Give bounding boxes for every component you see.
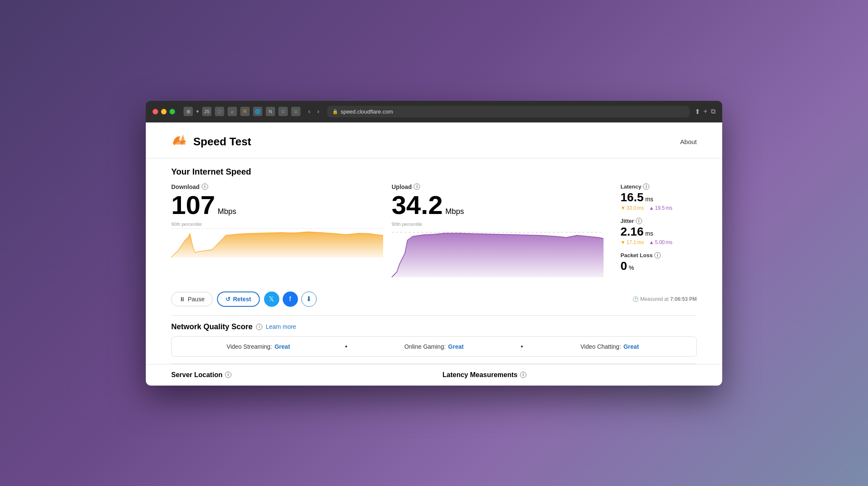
download-label: Download i <box>171 183 383 190</box>
traffic-lights <box>153 109 175 114</box>
actions-row: ⏸ Pause ↺ Retest 𝕏 f <box>171 288 697 307</box>
upload-info-icon[interactable]: i <box>414 183 420 190</box>
download-unit: Mbps <box>217 208 236 215</box>
latency-number: 16.5 <box>620 191 644 204</box>
box-icon: ⬡ <box>215 107 224 116</box>
side-metrics: Latency i 16.5 ms ▼ 33.0 ms <box>612 183 697 280</box>
twitter-button[interactable]: 𝕏 <box>264 292 279 307</box>
latency-up-unit: ms <box>666 205 673 211</box>
upload-section: Upload i 34.2 Mbps 90th percentile <box>392 183 612 280</box>
jitter-up-value: 5.00 <box>655 239 665 245</box>
measured-time-display: 🕐 Measured at 7:06:53 PM <box>632 296 697 302</box>
jitter-down: ▼ 17.1 ms <box>620 239 644 245</box>
upload-value-display: 34.2 Mbps <box>392 192 604 218</box>
download-value-display: 107 Mbps <box>171 192 383 218</box>
tabs-icon[interactable]: ⧉ <box>711 108 715 115</box>
lock-icon: 🔒 <box>332 109 338 114</box>
main-content: Your Internet Speed Download i 107 Mbps … <box>146 158 722 315</box>
quality-bar: Video Streaming: Great • Online Gaming: … <box>171 336 697 357</box>
bottom-section: Server Location i Latency Measurements i <box>146 364 722 386</box>
maximize-button[interactable] <box>170 109 175 114</box>
packet-loss-number: 0 <box>620 259 627 273</box>
video-streaming-label: Video Streaming: <box>227 343 272 350</box>
actions-left: ⏸ Pause ↺ Retest 𝕏 f <box>171 292 317 307</box>
browser-toolbar-icons: ⊞ ▾ JS ⬡ ⌕ R 🌐 N ① ⧉ <box>184 107 300 116</box>
back-button[interactable]: ‹ <box>306 107 313 116</box>
online-gaming-value: Great <box>448 343 464 350</box>
latency-down-arrow: ▼ <box>620 205 626 211</box>
jitter-down-unit: ms <box>637 239 644 245</box>
video-chatting-value: Great <box>623 343 639 350</box>
download-section: Download i 107 Mbps 90th percentile <box>171 183 392 280</box>
page-content: Speed Test About Your Internet Speed Dow… <box>146 122 722 386</box>
pause-icon: ⏸ <box>179 296 185 303</box>
latency-up: ▲ 19.5 ms <box>649 205 672 211</box>
minimize-button[interactable] <box>161 109 167 114</box>
latency-measurements-title: Latency Measurements i <box>442 371 697 379</box>
latency-unit: ms <box>645 196 654 203</box>
retest-icon: ↺ <box>225 296 231 303</box>
upload-unit: Mbps <box>445 208 464 215</box>
nq-header: Network Quality Score i Learn more <box>171 322 697 331</box>
nq-info-icon[interactable]: i <box>256 324 262 330</box>
upload-label: Upload i <box>392 183 604 190</box>
globe-icon: 🌐 <box>253 107 262 116</box>
jitter-up-arrow: ▲ <box>649 239 654 245</box>
latency-up-arrow: ▲ <box>649 205 654 211</box>
latency-label: Latency i <box>620 183 697 190</box>
upload-chart <box>392 222 604 280</box>
latency-measurements-info-icon[interactable]: i <box>520 372 526 378</box>
key-icon: ① <box>278 107 288 116</box>
social-buttons: 𝕏 f ⬇ <box>264 292 317 307</box>
upload-number: 34.2 <box>392 192 443 218</box>
server-location-info-icon[interactable]: i <box>225 372 231 378</box>
retest-label: Retest <box>233 296 251 303</box>
packet-loss-section: Packet Loss i 0 % <box>620 252 697 273</box>
twitter-icon: 𝕏 <box>269 295 274 303</box>
new-tab-icon[interactable]: + <box>704 108 707 115</box>
about-link[interactable]: About <box>680 138 697 145</box>
nq-title: Network Quality Score <box>171 322 253 331</box>
jitter-info-icon[interactable]: i <box>636 218 642 224</box>
page-header: Speed Test About <box>146 122 722 158</box>
upload-chart-area: 90th percentile <box>392 222 604 268</box>
clock-icon: 🕐 <box>632 296 639 302</box>
separator-1: • <box>345 343 348 350</box>
facebook-button[interactable]: f <box>283 292 298 307</box>
retest-button[interactable]: ↺ Retest <box>217 292 260 307</box>
forward-button[interactable]: › <box>314 107 322 116</box>
pause-button[interactable]: ⏸ Pause <box>171 292 213 306</box>
packet-loss-value-display: 0 % <box>620 259 697 273</box>
tab-layout-icon[interactable]: ⊞ <box>184 107 193 116</box>
latency-value-display: 16.5 ms <box>620 191 697 204</box>
download-percentile-label: 90th percentile <box>171 222 202 227</box>
download-result-button[interactable]: ⬇ <box>301 292 317 307</box>
address-bar[interactable]: 🔒 speed.cloudflare.com <box>327 106 690 117</box>
download-info-icon[interactable]: i <box>202 183 208 190</box>
chevron-down-icon[interactable]: ▾ <box>196 108 199 114</box>
measured-label: Measured at <box>640 296 669 302</box>
measured-time-value: 7:06:53 PM <box>670 296 697 302</box>
upload-percentile-label: 90th percentile <box>392 222 422 227</box>
layers-icon: ⧉ <box>291 107 300 116</box>
packet-loss-info-icon[interactable]: i <box>654 252 661 258</box>
jitter-value-display: 2.16 ms <box>620 225 697 239</box>
logo-area: Speed Test <box>171 133 251 151</box>
internet-speed-title: Your Internet Speed <box>171 167 697 177</box>
nav-buttons: ‹ › <box>306 107 322 116</box>
jitter-up: ▲ 5.00 ms <box>649 239 672 245</box>
latency-section: Latency i 16.5 ms ▼ 33.0 ms <box>620 183 697 211</box>
share-icon[interactable]: ⬆ <box>695 108 700 116</box>
latency-sub: ▼ 33.0 ms ▲ 19.5 ms <box>620 205 697 211</box>
metrics-grid: Download i 107 Mbps 90th percentile <box>171 183 697 280</box>
latency-info-icon[interactable]: i <box>643 183 649 190</box>
jitter-number: 2.16 <box>620 225 644 239</box>
jitter-down-arrow: ▼ <box>620 239 626 245</box>
video-chatting-item: Video Chatting: Great <box>531 343 688 350</box>
latency-down: ▼ 33.0 ms <box>620 205 644 211</box>
search-icon: ⌕ <box>228 107 237 116</box>
download-icon: ⬇ <box>306 295 312 303</box>
online-gaming-label: Online Gaming: <box>404 343 445 350</box>
close-button[interactable] <box>153 109 158 114</box>
learn-more-link[interactable]: Learn more <box>266 323 296 330</box>
